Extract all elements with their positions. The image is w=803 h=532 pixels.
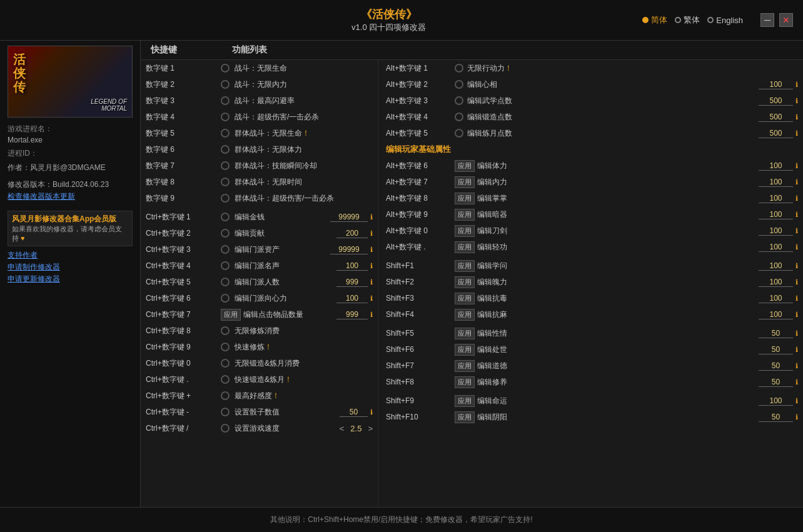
author-label: 作者：风灵月影@3DMGAME [8, 163, 133, 173]
toggle-numpad1[interactable] [221, 64, 230, 73]
toggle-ctrl8[interactable] [221, 326, 230, 335]
apply-alt7[interactable]: 应用 [455, 176, 475, 188]
input-hidden-weapon[interactable] [759, 210, 793, 219]
input-sword[interactable] [759, 226, 793, 236]
toggle-numpad2[interactable] [221, 80, 230, 89]
input-charisma[interactable] [759, 278, 793, 287]
toggle-numpad3[interactable] [221, 96, 230, 105]
toggle-ctrl9[interactable] [221, 343, 230, 351]
lang-traditional[interactable]: 繁体 [675, 14, 700, 26]
input-money[interactable] [330, 213, 368, 222]
apply-alt6[interactable]: 应用 [455, 160, 475, 172]
toggle-ctrl-slash[interactable] [221, 424, 230, 433]
check-update-link[interactable]: 检查修改器版本更新 [8, 191, 133, 202]
row-shiftf8: Shift+F8 应用 编辑修养 ℹ [381, 374, 803, 390]
input-palm[interactable] [759, 194, 793, 203]
toggle-numpad8[interactable] [221, 178, 230, 186]
input-martial[interactable] [759, 96, 793, 106]
input-sect-fame[interactable] [336, 261, 368, 271]
apply-shiftf1[interactable]: 应用 [455, 260, 475, 272]
membership-title: 风灵月影修改器合集App会员版 [12, 214, 128, 224]
apply-shiftf3[interactable]: 应用 [455, 293, 475, 304]
warn-shiftf1: ℹ [795, 262, 798, 270]
apply-alt8[interactable]: 应用 [455, 193, 475, 204]
apply-shiftf7[interactable]: 应用 [455, 360, 475, 372]
toggle-ctrl0[interactable] [221, 359, 230, 368]
speed-increase[interactable]: > [368, 424, 373, 433]
toggle-numpad7[interactable] [221, 161, 230, 170]
input-sect-members[interactable] [336, 278, 368, 287]
toggle-alt4[interactable] [455, 113, 463, 121]
toggle-numpad9[interactable] [221, 194, 230, 203]
row-alt0: Alt+数字键 0 应用 编辑刀剑 ℹ [381, 223, 803, 239]
input-poison-res[interactable] [759, 294, 793, 303]
radio-english[interactable] [707, 17, 714, 23]
toggle-numpad6[interactable] [221, 145, 230, 154]
input-cultivation[interactable] [759, 378, 793, 387]
minimize-button[interactable]: ─ [760, 13, 774, 27]
apply-shiftf8[interactable]: 应用 [455, 376, 475, 388]
apply-shiftf10[interactable]: 应用 [455, 411, 475, 423]
toggle-numpad5[interactable] [221, 129, 230, 138]
toggle-ctrl3[interactable] [221, 245, 230, 254]
update-link[interactable]: 申请更新修改器 [8, 274, 133, 284]
column-header: 快捷键 功能列表 [141, 41, 803, 60]
toggle-ctrl2[interactable] [221, 229, 230, 238]
input-contribution[interactable] [336, 229, 368, 238]
input-item-qty[interactable] [336, 310, 368, 319]
apply-ctrl7[interactable]: 应用 [221, 309, 241, 321]
apply-shiftf6[interactable]: 应用 [455, 344, 475, 356]
input-moon[interactable] [759, 129, 793, 138]
speed-decrease[interactable]: < [340, 424, 345, 433]
lang-simplified[interactable]: 简体 [642, 14, 667, 26]
input-worldly[interactable] [759, 345, 793, 354]
apply-shiftf5[interactable]: 应用 [455, 328, 475, 339]
apply-shiftf9[interactable]: 应用 [455, 395, 475, 407]
input-inner[interactable] [759, 178, 793, 187]
toggle-alt3[interactable] [455, 96, 463, 105]
title-bar: 《活侠传》 v1.0 四十四项修改器 简体 繁体 English ─ ✕ [0, 0, 803, 41]
row-ctrl8: Ctrl+数字键 8 无限修炼消费 [141, 323, 378, 339]
toggle-alt2[interactable] [455, 80, 463, 89]
apply-shiftf2[interactable]: 应用 [455, 276, 475, 288]
row-shiftf4: Shift+F4 应用 编辑抗麻 ℹ [381, 306, 803, 323]
main-layout: 活 侠 传 LEGEND OFMORTAL 游戏进程名： Mortal.exe … [0, 41, 803, 507]
lang-english[interactable]: English [707, 16, 743, 25]
toggle-ctrl5[interactable] [221, 278, 230, 286]
request-link[interactable]: 申请制作修改器 [8, 262, 133, 273]
input-sect-loyalty[interactable] [336, 294, 368, 303]
input-knowledge[interactable] [759, 261, 793, 271]
radio-traditional[interactable] [675, 17, 681, 23]
row-shiftf2: Shift+F2 应用 编辑魄力 ℹ [381, 274, 803, 290]
row-shiftf10: Shift+F10 应用 编辑阴阳 ℹ [381, 409, 803, 425]
lang-controls: 简体 繁体 English ─ ✕ [642, 13, 793, 27]
input-yinyang[interactable] [759, 413, 793, 422]
support-link[interactable]: 支持作者 [8, 250, 133, 261]
input-lightfoot[interactable] [759, 243, 793, 252]
input-temper[interactable] [759, 329, 793, 338]
toggle-ctrl-dot[interactable] [221, 375, 230, 384]
toggle-ctrl1[interactable] [221, 213, 230, 221]
toggle-alt1[interactable] [455, 64, 463, 73]
toggle-ctrl4[interactable] [221, 261, 230, 270]
radio-simplified[interactable] [642, 17, 649, 23]
input-stamina[interactable] [759, 161, 793, 171]
close-button[interactable]: ✕ [779, 13, 793, 27]
input-numb-res[interactable] [759, 310, 793, 319]
toggle-ctrl6[interactable] [221, 294, 230, 303]
apply-alt0[interactable]: 应用 [455, 225, 475, 237]
input-heart[interactable] [759, 80, 793, 89]
apply-alt-dot[interactable]: 应用 [455, 241, 475, 253]
toggle-alt5[interactable] [455, 129, 463, 138]
warn-shiftf6: ℹ [795, 346, 798, 354]
input-morality[interactable] [759, 361, 793, 371]
toggle-numpad4[interactable] [221, 113, 230, 121]
input-forge[interactable] [759, 113, 793, 122]
toggle-ctrl-plus[interactable] [221, 391, 230, 400]
input-dice[interactable] [340, 408, 368, 417]
apply-shiftf4[interactable]: 应用 [455, 309, 475, 321]
input-destiny[interactable] [759, 396, 793, 406]
apply-alt9[interactable]: 应用 [455, 209, 475, 221]
toggle-ctrl-minus[interactable] [221, 408, 230, 416]
input-sect-assets[interactable] [330, 245, 368, 254]
